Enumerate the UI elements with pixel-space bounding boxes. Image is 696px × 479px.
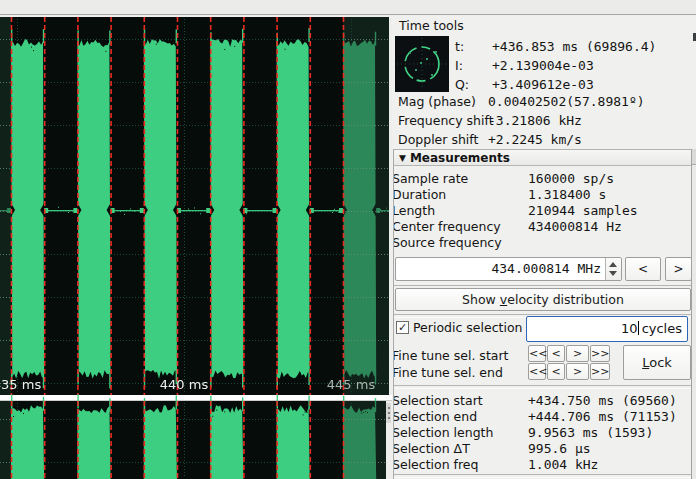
measurement-label: Source frequency — [393, 235, 502, 250]
selection-label: Selection length — [393, 425, 493, 440]
measurement-label: Duration — [393, 187, 446, 202]
cursor-row-label: t: — [455, 39, 492, 54]
shift-row: Mag (phase)0.00402502(57.8981º) — [398, 94, 645, 113]
measurement-label: Length — [393, 203, 435, 218]
selection-row: Selection start +434.750 ms (69560) — [394, 392, 692, 408]
selection-value: +444.706 ms (71153) — [528, 409, 677, 424]
selection-label: Selection start — [393, 393, 483, 408]
frequency-spin-buttons[interactable] — [605, 258, 621, 280]
right-panel: Time tools t:+436.853 ms (69896.4) — [394, 15, 696, 479]
waveform-display[interactable] — [0, 15, 392, 479]
fine-tune-start-label: Fine tune sel. start — [393, 348, 509, 363]
panel-scrollbar[interactable] — [691, 149, 696, 479]
fine-tune-step-button[interactable]: << — [528, 363, 546, 380]
cursor-row-value: +2.139004e-03 — [492, 58, 594, 73]
frequency-step-down-button[interactable]: < — [625, 257, 661, 281]
fine-tune-step-button[interactable]: < — [547, 363, 565, 380]
iq-constellation-icon — [395, 36, 449, 92]
fine-tune-step-button[interactable]: >> — [590, 363, 610, 380]
selection-label: Selection end — [393, 409, 477, 424]
cycles-value: 10 — [621, 321, 638, 336]
measurement-label: Center frequency — [393, 219, 501, 234]
cursor-row-label: I: — [455, 58, 492, 73]
shift-row-label: Frequency shift — [398, 113, 488, 128]
selection-row: Selection length 9.9563 ms (1593) — [394, 424, 692, 440]
toolbar — [0, 0, 696, 15]
measurement-row: Center frequency 434000814 Hz — [394, 218, 692, 234]
separator — [394, 474, 692, 478]
measurement-value: 434000814 Hz — [528, 219, 622, 234]
selection-value: 9.9563 ms (1593) — [528, 425, 653, 440]
fine-tune-end-buttons: <<<>>> — [528, 363, 611, 380]
measurements-header[interactable]: ▼Measurements — [394, 149, 692, 166]
shift-row-value: 0.00402502(57.8981º) — [488, 94, 645, 109]
measurements-header-label: Measurements — [410, 151, 510, 165]
scrollbar-thumb[interactable] — [692, 149, 696, 165]
measurement-row: Duration 1.318400 s — [394, 186, 692, 202]
time-tools-title: Time tools — [399, 18, 464, 33]
fine-tune-step-button[interactable]: >> — [590, 345, 610, 362]
lock-button[interactable]: Lock — [623, 345, 691, 380]
cursor-row: t:+436.853 ms (69896.4) — [455, 39, 656, 58]
measurement-row: Sample rate 160000 sp/s — [394, 170, 692, 186]
frequency-spinbox[interactable]: 434.000814 MHz — [395, 257, 622, 281]
periodic-selection-checkbox[interactable]: ✓ — [396, 321, 409, 334]
measurement-value: 1.318400 s — [528, 187, 606, 202]
selection-row: Selection freq 1.004 kHz — [394, 456, 692, 472]
spin-up-icon[interactable] — [609, 262, 617, 267]
fine-tune-start-buttons: <<<>>> — [528, 345, 611, 362]
selection-row: Selection end +444.706 ms (71153) — [394, 408, 692, 424]
spin-down-icon[interactable] — [609, 271, 617, 276]
frequency-value: 434.000814 MHz — [491, 261, 601, 276]
measurement-value: 160000 sp/s — [528, 171, 614, 186]
selection-info-rows: Selection start +434.750 ms (69560) Sele… — [394, 392, 692, 472]
app-window: Time tools t:+436.853 ms (69896.4) — [0, 0, 696, 479]
collapse-arrow-icon: ▼ — [399, 153, 406, 163]
cursor-row-label: Q: — [455, 77, 492, 92]
fine-tune-step-button[interactable]: > — [566, 345, 589, 362]
fine-tune-step-button[interactable]: < — [547, 345, 565, 362]
show-velocity-distribution-button[interactable]: Show velocity distribution — [395, 288, 691, 311]
cursor-row-value: +3.409612e-03 — [492, 77, 594, 92]
selection-label: Selection freq — [393, 457, 478, 472]
cursor-row-value: +436.853 ms (69896.4) — [492, 39, 656, 54]
selection-value: +434.750 ms (69560) — [528, 393, 677, 408]
periodic-selection-label: Periodic selection — [413, 320, 522, 335]
text-cursor — [638, 321, 639, 335]
shift-row-label: Mag (phase) — [398, 94, 488, 109]
measurement-row: Source frequency — [394, 234, 692, 250]
fine-tune-step-button[interactable]: << — [528, 345, 546, 362]
fine-tune-end-label: Fine tune sel. end — [393, 365, 503, 380]
cursor-readout: t:+436.853 ms (69896.4) I:+2.139004e-03 … — [455, 39, 656, 96]
shift-row: Frequency shift-3.21806 kHz — [398, 113, 645, 132]
measurement-info-rows: Sample rate 160000 sp/s Duration 1.31840… — [394, 170, 692, 250]
cycles-suffix: cycles — [642, 321, 682, 336]
fine-tune-step-button[interactable]: > — [566, 363, 589, 380]
shift-row-value: +2.2245 km/s — [488, 132, 582, 147]
shift-row-label: Doppler shift — [398, 132, 488, 147]
separator — [394, 385, 692, 389]
measurement-value: 210944 samples — [528, 203, 638, 218]
frequency-step-up-button[interactable]: > — [665, 257, 692, 281]
measurement-label: Sample rate — [393, 171, 468, 186]
shift-readout: Mag (phase)0.00402502(57.8981º) Frequenc… — [398, 94, 645, 151]
measurements-panel: ▼Measurements Sample rate 160000 sp/s Du… — [393, 149, 692, 479]
selection-row: Selection ΔT 995.6 µs — [394, 440, 692, 456]
measurement-row: Length 210944 samples — [394, 202, 692, 218]
selection-value: 1.004 kHz — [528, 457, 598, 472]
shift-row-value: -3.21806 kHz — [488, 113, 582, 128]
cursor-row: I:+2.139004e-03 — [455, 58, 656, 77]
selection-value: 995.6 µs — [528, 441, 591, 456]
selection-label: Selection ΔT — [393, 441, 470, 456]
cycles-input[interactable]: 10cycles — [526, 316, 688, 342]
